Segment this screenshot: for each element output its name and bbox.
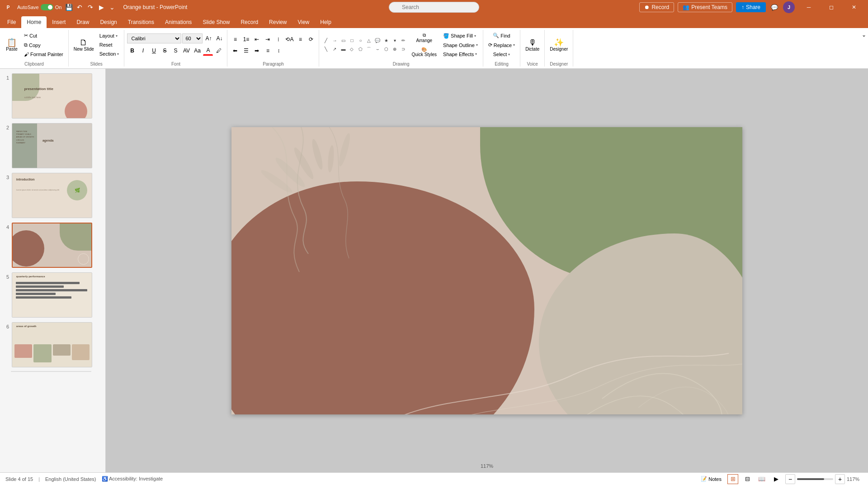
accessibility-info[interactable]: ♿ Accessibility: Investigate: [102, 476, 163, 482]
view-reading-button[interactable]: 📖: [756, 474, 767, 484]
align-text-button[interactable]: ≡: [295, 34, 305, 44]
strikethrough-button[interactable]: S: [160, 46, 170, 56]
bold-button[interactable]: B: [127, 46, 137, 56]
line-spacing-button[interactable]: ↕: [274, 46, 283, 56]
font-name-select[interactable]: Calibri: [127, 33, 181, 43]
cut-button[interactable]: ✂ Cut: [22, 31, 66, 40]
shape-btn-2-4[interactable]: ◇: [348, 45, 356, 53]
align-right-button[interactable]: ➡: [252, 46, 262, 56]
customize-button[interactable]: ⌄: [108, 3, 117, 12]
tab-slideshow[interactable]: Slide Show: [197, 16, 235, 28]
shape-btn-2-7[interactable]: ⌣: [373, 45, 382, 53]
increase-font-button[interactable]: A↑: [203, 33, 213, 43]
slide-canvas[interactable]: [231, 127, 742, 414]
shape-outline-button[interactable]: Shape Outline ▾: [441, 41, 480, 49]
align-left-button[interactable]: ⬅: [230, 46, 240, 56]
tab-file[interactable]: File: [2, 16, 21, 28]
zoom-level[interactable]: 117%: [847, 476, 863, 482]
autosave-toggle[interactable]: AutoSave On: [17, 4, 61, 10]
shape-btn-pen[interactable]: ✏: [399, 37, 407, 45]
view-slideshow-button[interactable]: ▶: [771, 474, 782, 484]
align-center-button[interactable]: ☰: [241, 46, 251, 56]
shape-btn-2-6[interactable]: ⌒: [365, 45, 373, 53]
underline-button[interactable]: U: [149, 46, 159, 56]
zoom-slider[interactable]: [797, 478, 833, 480]
comments-button[interactable]: 💬: [769, 4, 779, 11]
shape-btn-line[interactable]: ╱: [322, 37, 330, 45]
close-button[interactable]: ✕: [844, 0, 864, 14]
shape-btn-rect[interactable]: ▭: [339, 37, 347, 45]
section-button[interactable]: Section ▾: [97, 50, 122, 58]
font-size-select[interactable]: 60: [182, 33, 203, 43]
tab-animations[interactable]: Animations: [160, 16, 197, 28]
find-button[interactable]: 🔍 Find: [491, 31, 512, 40]
tab-help[interactable]: Help: [315, 16, 337, 28]
decrease-font-button[interactable]: A↓: [214, 33, 224, 43]
paste-button[interactable]: 📋 Paste: [3, 31, 21, 58]
tab-home[interactable]: Home: [21, 16, 47, 28]
shape-btn-square[interactable]: □: [348, 37, 356, 45]
convert-smartart-button[interactable]: ⟳: [306, 34, 316, 44]
search-input[interactable]: [389, 2, 479, 13]
italic-button[interactable]: I: [138, 46, 148, 56]
font-spacing-button[interactable]: AV: [181, 46, 191, 56]
slide-thumb-5[interactable]: 5 quarterly performance: [2, 271, 104, 319]
shape-btn-2-8[interactable]: ⬡: [382, 45, 390, 53]
arrange-button[interactable]: ⧉ Arrange: [409, 31, 439, 44]
reset-button[interactable]: Reset: [97, 41, 122, 49]
restore-button[interactable]: ◻: [821, 0, 842, 14]
shape-btn-2-3[interactable]: ▬: [339, 45, 347, 53]
avatar[interactable]: J: [783, 1, 795, 13]
tab-view[interactable]: View: [292, 16, 315, 28]
shape-btn-callout[interactable]: 💬: [373, 37, 382, 45]
replace-button[interactable]: ⟳ Replace ▾: [486, 41, 517, 49]
copy-button[interactable]: ⧉ Copy: [22, 41, 66, 49]
slide-thumb-4[interactable]: 4: [2, 222, 104, 269]
decrease-indent-button[interactable]: ⇤: [252, 34, 262, 44]
quick-styles-button[interactable]: 🎨 Quick Styles: [409, 45, 439, 59]
slide-thumb-3[interactable]: 3 🌿 introduction Lorem ipsum dolor sit a…: [2, 172, 104, 219]
view-normal-button[interactable]: ⊞: [727, 474, 738, 484]
font-color-button[interactable]: A: [203, 46, 213, 56]
designer-button[interactable]: ✨ Designer: [547, 31, 570, 58]
record-button[interactable]: ⏺ Record: [639, 2, 674, 12]
format-painter-button[interactable]: 🖌 Format Painter: [22, 50, 66, 58]
shape-btn-star[interactable]: ★: [382, 37, 390, 45]
shape-btn-2-5[interactable]: ⬠: [356, 45, 364, 53]
justify-button[interactable]: ≡: [263, 46, 273, 56]
shape-effects-button[interactable]: Shape Effects ▾: [441, 50, 480, 58]
save-button[interactable]: 💾: [64, 3, 73, 12]
shape-btn-2-9[interactable]: ⊕: [391, 45, 399, 53]
shadow-button[interactable]: S: [170, 46, 180, 56]
minimize-button[interactable]: ─: [798, 0, 819, 14]
new-slide-button[interactable]: 🗋 New Slide: [71, 31, 96, 58]
change-case-button[interactable]: Aa: [192, 46, 202, 56]
undo-button[interactable]: ↶: [75, 3, 84, 12]
text-direction-button[interactable]: ⟲A: [284, 34, 294, 44]
shape-fill-button[interactable]: 🪣 Shape Fill ▾: [441, 32, 480, 40]
shape-btn-2-1[interactable]: ╲: [322, 45, 330, 53]
dictate-button[interactable]: 🎙 Dictate: [523, 31, 542, 58]
zoom-in-button[interactable]: +: [835, 474, 845, 484]
zoom-out-button[interactable]: −: [785, 474, 795, 484]
tab-insert[interactable]: Insert: [47, 16, 71, 28]
highlight-button[interactable]: 🖊: [214, 46, 224, 56]
layout-button[interactable]: Layout ▾: [97, 32, 122, 40]
columns-button[interactable]: ⫶: [274, 34, 283, 44]
collapse-ribbon-button[interactable]: ⌄: [862, 32, 866, 38]
bullets-button[interactable]: ≡: [230, 34, 240, 44]
present-teams-button[interactable]: 👥 Present Teams: [678, 2, 732, 12]
shape-btn-arrow[interactable]: →: [330, 37, 339, 45]
shape-btn-more[interactable]: ▾: [391, 37, 399, 45]
tab-transitions[interactable]: Transitions: [123, 16, 160, 28]
tab-review[interactable]: Review: [264, 16, 292, 28]
panel-resize-handle[interactable]: [212, 69, 213, 472]
slide-thumb-2[interactable]: 2 agenda PAPER ITEMPRIMARY GOALSAREAS OF…: [2, 122, 104, 169]
view-sorter-button[interactable]: ⊟: [742, 474, 753, 484]
present-button[interactable]: ▶: [97, 3, 106, 12]
increase-indent-button[interactable]: ⇥: [263, 34, 273, 44]
ribbon-collapse[interactable]: ⌄: [860, 30, 868, 67]
autosave-switch[interactable]: [41, 4, 53, 10]
slide-thumb-1[interactable]: 1 presentation title subtitle text here: [2, 72, 104, 119]
slide-thumb-6[interactable]: 6 areas of growth: [2, 321, 104, 368]
